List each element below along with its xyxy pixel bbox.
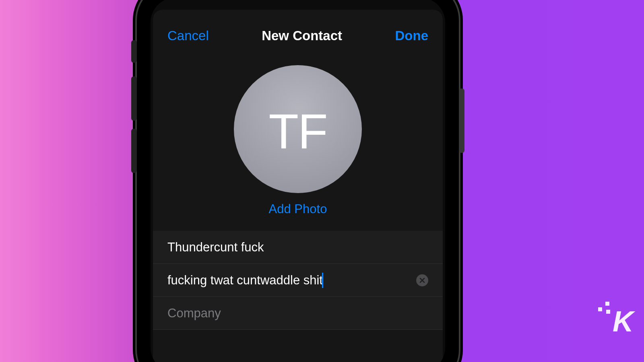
contact-fields: fucking twat cuntwaddle shit xyxy=(153,231,443,330)
phone-volume-down xyxy=(131,129,137,173)
first-name-input[interactable] xyxy=(167,240,428,255)
phone-side-button xyxy=(131,40,137,63)
add-photo-button[interactable]: Add Photo xyxy=(269,202,327,216)
text-cursor xyxy=(322,273,323,288)
phone-screen: Cancel New Contact Done TF Add Photo fuc… xyxy=(151,0,445,362)
new-contact-sheet: Cancel New Contact Done TF Add Photo fuc… xyxy=(153,10,443,362)
first-name-row[interactable] xyxy=(153,231,443,264)
avatar-initials: TF xyxy=(268,103,327,160)
last-name-text[interactable]: fucking twat cuntwaddle shit xyxy=(167,273,323,288)
cancel-button[interactable]: Cancel xyxy=(167,28,209,43)
sheet-title: New Contact xyxy=(262,28,342,43)
watermark-logo: K xyxy=(613,305,632,338)
clear-text-button[interactable] xyxy=(416,274,428,286)
last-name-row[interactable]: fucking twat cuntwaddle shit xyxy=(153,264,443,297)
phone-frame: Cancel New Contact Done TF Add Photo fuc… xyxy=(137,0,459,362)
avatar-section: TF Add Photo xyxy=(153,65,443,216)
company-input[interactable] xyxy=(167,306,428,321)
done-button[interactable]: Done xyxy=(395,28,429,43)
phone-power-button xyxy=(459,88,464,153)
avatar-circle[interactable]: TF xyxy=(234,65,362,193)
navbar: Cancel New Contact Done xyxy=(153,10,443,50)
watermark-dots xyxy=(598,302,614,318)
phone-volume-up xyxy=(131,76,137,121)
close-icon xyxy=(419,278,425,283)
company-row[interactable] xyxy=(153,297,443,330)
watermark-letter: K xyxy=(613,305,632,337)
